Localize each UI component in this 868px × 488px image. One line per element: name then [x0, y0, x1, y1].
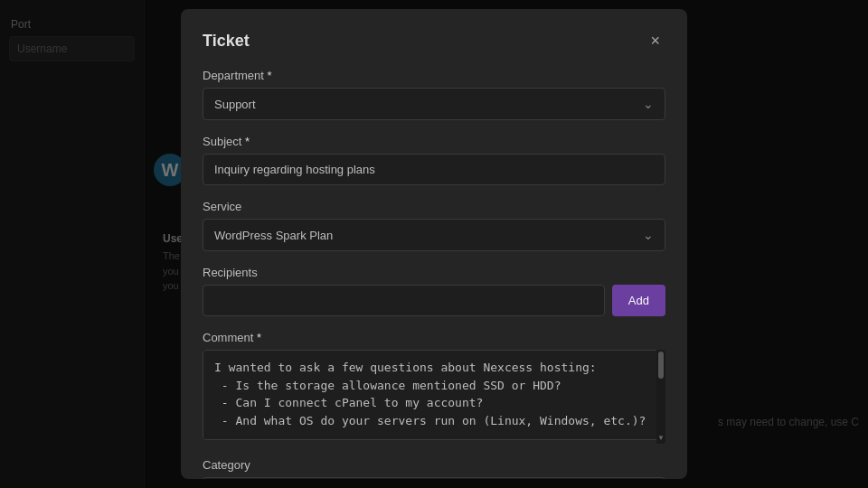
recipients-field: Recipients Add: [203, 266, 665, 316]
comment-field: Comment * I wanted to ask a few question…: [203, 331, 665, 444]
subject-field: Subject *: [203, 135, 665, 185]
add-recipient-button[interactable]: Add: [612, 285, 665, 316]
modal-title: Ticket: [203, 32, 250, 51]
comment-textarea[interactable]: I wanted to ask a few questions about Ne…: [203, 350, 665, 440]
chevron-down-icon: ⌄: [643, 97, 654, 111]
recipients-label: Recipients: [203, 266, 665, 279]
comment-wrapper: I wanted to ask a few questions about Ne…: [203, 350, 665, 444]
category-field: Category None Selected ⌄: [203, 458, 665, 479]
category-label: Category: [203, 458, 665, 472]
subject-label: Subject *: [203, 135, 665, 148]
department-value: Support: [214, 98, 256, 111]
service-value: WordPress Spark Plan: [214, 229, 333, 242]
subject-input[interactable]: [203, 154, 665, 185]
service-select[interactable]: WordPress Spark Plan ⌄: [203, 219, 665, 251]
scrollbar-track: ▲ ▼: [656, 350, 665, 444]
modal-header: Ticket ×: [203, 31, 665, 51]
department-field: Department * Support ⌄: [203, 69, 665, 120]
close-button[interactable]: ×: [645, 31, 665, 51]
chevron-down-icon: ⌄: [643, 228, 654, 242]
category-select[interactable]: None Selected ⌄: [203, 477, 665, 479]
scrollbar-thumb[interactable]: [658, 352, 664, 379]
ticket-modal: Ticket × Department * Support ⌄ Subject …: [181, 9, 687, 479]
recipients-row: Add: [203, 285, 665, 316]
recipients-input[interactable]: [203, 285, 605, 316]
scrollbar-down-arrow[interactable]: ▼: [657, 434, 665, 442]
department-select[interactable]: Support ⌄: [203, 88, 665, 120]
service-label: Service: [203, 200, 665, 213]
comment-label: Comment *: [203, 331, 665, 344]
department-label: Department *: [203, 69, 665, 82]
service-field: Service WordPress Spark Plan ⌄: [203, 200, 665, 251]
